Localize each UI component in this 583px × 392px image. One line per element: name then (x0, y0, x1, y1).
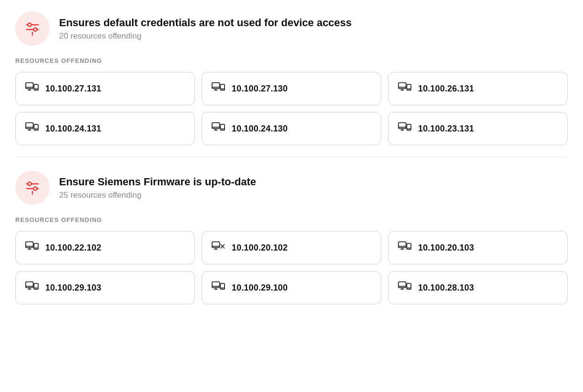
device-icon (212, 280, 225, 295)
svg-point-60 (36, 249, 36, 249)
app-container: ! Ensures default credentials are not us… (15, 11, 568, 304)
device-icon (212, 121, 225, 136)
svg-point-26 (409, 90, 409, 90)
device-icon (25, 240, 39, 255)
policy-subtitle: 25 resources offending (59, 191, 256, 200)
device-icon (212, 81, 225, 96)
policy-section-2: ! Ensure Siemens Firmware is up-to-date2… (15, 171, 568, 304)
svg-point-3 (34, 28, 37, 31)
resources-grid: 10.100.27.131 10.100.27.130 10.100.26.13… (15, 72, 568, 145)
svg-point-94 (409, 289, 409, 289)
svg-point-19 (222, 90, 223, 90)
policy-title: Ensure Siemens Firmware is up-to-date (59, 175, 256, 189)
svg-text:!: ! (31, 32, 33, 37)
resource-card[interactable]: 10.100.24.130 (202, 112, 381, 145)
svg-point-33 (36, 130, 36, 130)
resource-ip: 10.100.29.103 (45, 283, 101, 293)
resource-ip: 10.100.23.131 (418, 124, 474, 134)
resource-ip: 10.100.24.131 (45, 124, 101, 134)
svg-point-1 (28, 23, 31, 27)
svg-point-40 (222, 130, 223, 130)
device-icon (398, 240, 411, 255)
policy-header: ! Ensures default credentials are not us… (15, 11, 568, 46)
resource-card[interactable]: 10.100.29.103 (15, 271, 195, 304)
device-icon (212, 240, 225, 255)
resources-grid: 10.100.22.102 10.100.20.102 10.100.20.10… (15, 231, 568, 304)
svg-point-73 (409, 249, 409, 249)
resource-ip: 10.100.27.130 (232, 84, 287, 94)
device-icon (25, 81, 39, 96)
resource-card[interactable]: 10.100.20.103 (388, 231, 568, 264)
resource-ip: 10.100.29.100 (232, 283, 287, 293)
svg-point-51 (34, 187, 37, 191)
resource-ip: 10.100.28.103 (418, 283, 474, 293)
resource-ip: 10.100.20.102 (232, 243, 287, 253)
svg-point-47 (409, 130, 409, 130)
policy-header: ! Ensure Siemens Firmware is up-to-date2… (15, 171, 568, 205)
svg-text:!: ! (31, 191, 33, 196)
section-divider (15, 157, 568, 157)
resource-card[interactable]: 10.100.27.130 (202, 72, 381, 105)
policy-info: Ensures default credentials are not used… (59, 16, 352, 41)
device-icon (398, 121, 411, 136)
resource-ip: 10.100.26.131 (418, 84, 474, 94)
resources-offending-label: RESOURCES OFFENDING (15, 216, 568, 223)
resources-offending-label: RESOURCES OFFENDING (15, 57, 568, 64)
device-icon (398, 81, 411, 96)
resource-card[interactable]: 10.100.22.102 (15, 231, 195, 264)
policy-icon-wrapper: ! (15, 11, 50, 46)
resource-card[interactable]: 10.100.27.131 (15, 72, 195, 105)
policy-title: Ensures default credentials are not used… (59, 16, 352, 30)
resource-ip: 10.100.27.131 (45, 84, 101, 94)
svg-point-87 (222, 289, 223, 289)
policy-icon-wrapper: ! (15, 171, 50, 205)
policy-section-1: ! Ensures default credentials are not us… (15, 11, 568, 157)
resource-card[interactable]: 10.100.24.131 (15, 112, 195, 145)
policy-subtitle: 20 resources offending (59, 31, 352, 41)
resource-card[interactable]: 10.100.28.103 (388, 271, 568, 304)
resource-card[interactable]: 10.100.26.131 (388, 72, 568, 105)
resource-ip: 10.100.24.130 (232, 124, 287, 134)
resource-card[interactable]: 10.100.20.102 (202, 231, 381, 264)
policy-info: Ensure Siemens Firmware is up-to-date25 … (59, 175, 256, 201)
device-icon (398, 280, 411, 295)
svg-point-12 (36, 90, 36, 90)
svg-point-49 (28, 182, 31, 186)
resource-ip: 10.100.22.102 (45, 243, 101, 253)
device-icon (25, 121, 39, 136)
resource-ip: 10.100.20.103 (418, 243, 474, 253)
svg-point-80 (36, 289, 36, 289)
resource-card[interactable]: 10.100.23.131 (388, 112, 568, 145)
resource-card[interactable]: 10.100.29.100 (202, 271, 381, 304)
device-icon (25, 280, 39, 295)
